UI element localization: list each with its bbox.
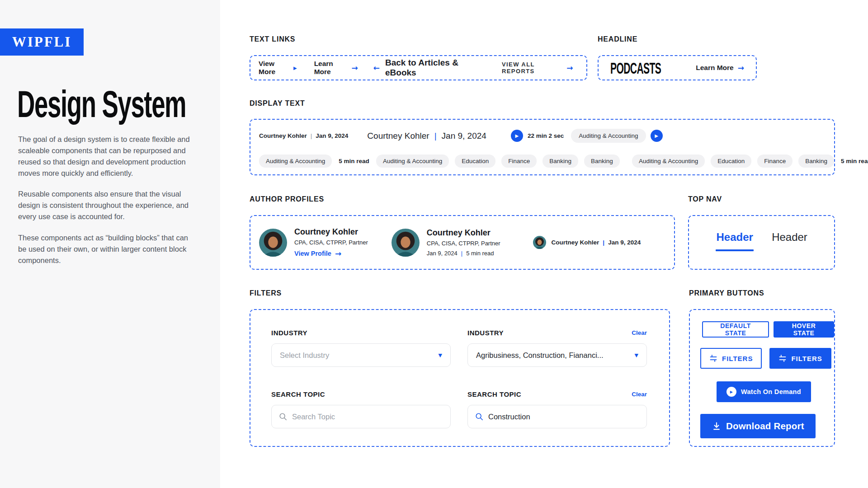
headline-title: PODCASTS <box>610 60 692 75</box>
industry-select-filled[interactable]: Agribusiness, Construction, Fiananci... … <box>467 343 647 367</box>
filters-section-label: FILTERS <box>250 289 282 297</box>
tag-pill[interactable]: Education <box>711 155 751 168</box>
duration-label: 22 min 2 sec <box>528 132 564 139</box>
arrow-right-icon: → <box>566 63 574 72</box>
play-icon: ▶ <box>655 133 658 138</box>
active-tab-underline <box>716 249 754 251</box>
avatar <box>392 229 420 257</box>
default-state-button[interactable]: DEFAULT STATE <box>702 321 769 338</box>
play-button[interactable]: ▶ <box>651 130 663 142</box>
nav-tab-header-active[interactable]: Header <box>716 231 754 269</box>
category-pill[interactable]: Auditing & Accounting <box>571 129 646 143</box>
filters-button-default[interactable]: FILTERS <box>700 348 762 369</box>
date: Jan 9, 2024 <box>442 131 486 141</box>
search-topic-field[interactable] <box>271 405 451 428</box>
industry-filter-default: INDUSTRY Select Industry ▼ <box>271 329 451 367</box>
primary-buttons-section-label: PRIMARY BUTTONS <box>689 289 764 297</box>
tag-pill[interactable]: 5 min read <box>338 155 370 168</box>
sidebar: WIPFLI Design System The goal of a desig… <box>0 0 220 488</box>
page-title: Design System <box>17 85 258 120</box>
author-profile-compact: Courtney Kohler | Jan 9, 2024 <box>533 236 641 249</box>
search-icon <box>279 413 287 421</box>
avatar <box>259 229 287 257</box>
search-topic-input[interactable] <box>292 413 443 421</box>
tag-pill[interactable]: 5 min read <box>840 155 868 168</box>
byline-small: Courtney Kohler | Jan 9, 2024 <box>259 132 348 139</box>
wipfli-logo-text: WIPFLI <box>12 34 72 50</box>
display-text-section-label: DISPLAY TEXT <box>250 99 305 108</box>
watch-on-demand-button[interactable]: ▶ Watch On Demand <box>717 381 811 402</box>
headline-learn-more-link[interactable]: Learn More → <box>696 63 744 72</box>
back-to-articles-link[interactable]: ← Back to Articles & eBooks <box>373 58 481 78</box>
profile-name: Courtney Kohler <box>552 239 599 246</box>
tag-pill[interactable]: Auditing & Accounting <box>376 155 449 168</box>
industry-filter-filled: INDUSTRY Clear Agribusiness, Constructio… <box>467 329 647 367</box>
sliders-icon <box>778 354 787 362</box>
tag-pill[interactable]: Education <box>455 155 495 168</box>
search-topic-label: SEARCH TOPIC <box>271 390 325 398</box>
search-topic-input-filled[interactable] <box>488 413 639 421</box>
avatar-image <box>259 229 287 257</box>
author-profile-card: Courtney Kohler CPA, CISA, CTPRP, Partne… <box>392 228 500 257</box>
industry-label: INDUSTRY <box>467 329 504 337</box>
industry-label: INDUSTRY <box>271 329 307 337</box>
date: Jan 9, 2024 <box>427 250 458 257</box>
triangle-right-icon: ▶ <box>293 66 297 70</box>
read-time: 5 min read <box>466 250 494 257</box>
filters-box: INDUSTRY Select Industry ▼ INDUSTRY Clea… <box>250 309 670 447</box>
intro-paragraph-1: The goal of a design system is to create… <box>18 134 192 179</box>
profile-credentials: CPA, CISA, CTPRP, Partner <box>427 240 500 247</box>
clear-industry-link[interactable]: Clear <box>632 329 647 336</box>
wipfli-logo[interactable]: WIPFLI <box>0 28 84 56</box>
tag-row: Auditing & Accounting 5 min read Auditin… <box>259 155 823 168</box>
profile-meta: Jan 9, 2024 | 5 min read <box>427 250 500 257</box>
intro-paragraph-2: Reusable components also ensure that the… <box>18 188 192 222</box>
arrow-right-icon: → <box>335 249 341 258</box>
learn-more-link[interactable]: Learn More → <box>314 60 358 76</box>
separator: | <box>311 132 312 139</box>
clear-search-link[interactable]: Clear <box>632 391 647 398</box>
caret-down-icon: ▼ <box>439 352 442 358</box>
view-more-link[interactable]: View More ▶ <box>259 60 297 76</box>
arrow-left-icon: ← <box>373 63 380 72</box>
design-system-page: WIPFLI Design System The goal of a desig… <box>0 0 868 488</box>
tag-pill[interactable]: Banking <box>584 155 620 168</box>
profile-info: Courtney Kohler CPA, CISA, CTPRP, Partne… <box>294 227 368 258</box>
tag-pill[interactable]: Finance <box>757 155 793 168</box>
sidebar-copy: The goal of a design system is to create… <box>18 134 192 276</box>
tag-pill[interactable]: Auditing & Accounting <box>259 155 332 168</box>
intro-paragraph-3: These components act as “building blocks… <box>18 232 192 266</box>
arrow-right-icon: → <box>351 63 358 72</box>
nav-tab-header[interactable]: Header <box>772 231 807 269</box>
download-button-row: Download Report <box>700 414 834 438</box>
headline-section-label: HEADLINE <box>598 35 637 43</box>
author-profiles-section-label: AUTHOR PROFILES <box>250 195 324 203</box>
byline-large: Courtney Kohler | Jan 9, 2024 <box>367 131 486 141</box>
filters-button-hover[interactable]: FILTERS <box>769 348 831 369</box>
avatar <box>533 236 546 249</box>
separator: | <box>603 239 604 246</box>
date: Jan 9, 2024 <box>608 239 641 246</box>
top-nav-section-label: TOP NAV <box>688 195 722 203</box>
primary-buttons-box: DEFAULT STATE HOVER STATE FILTERS <box>689 309 835 447</box>
tag-pill[interactable]: Banking <box>542 155 578 168</box>
separator: | <box>461 250 462 257</box>
download-report-button[interactable]: Download Report <box>700 414 816 438</box>
industry-select[interactable]: Select Industry ▼ <box>271 343 451 367</box>
separator: | <box>434 131 437 141</box>
search-topic-field-filled[interactable] <box>467 405 647 428</box>
watch-button-row: ▶ Watch On Demand <box>717 381 834 402</box>
hover-state-button[interactable]: HOVER STATE <box>774 321 834 338</box>
tag-pill[interactable]: Banking <box>798 155 834 168</box>
play-button[interactable]: ▶ <box>511 130 523 142</box>
headline-box: PODCASTS Learn More → <box>598 55 757 80</box>
view-all-reports-link[interactable]: VIEW ALL REPORTS → <box>502 61 574 75</box>
tag-pill[interactable]: Finance <box>501 155 537 168</box>
sliders-icon <box>709 354 717 362</box>
tag-pill[interactable]: Auditing & Accounting <box>632 155 705 168</box>
search-topic-label: SEARCH TOPIC <box>467 390 521 398</box>
text-links-box: View More ▶ Learn More → ← Back to Artic… <box>250 55 587 80</box>
search-icon <box>475 413 483 421</box>
view-profile-link[interactable]: View Profile → <box>294 249 368 258</box>
author-name: Courtney Kohler <box>259 132 307 139</box>
